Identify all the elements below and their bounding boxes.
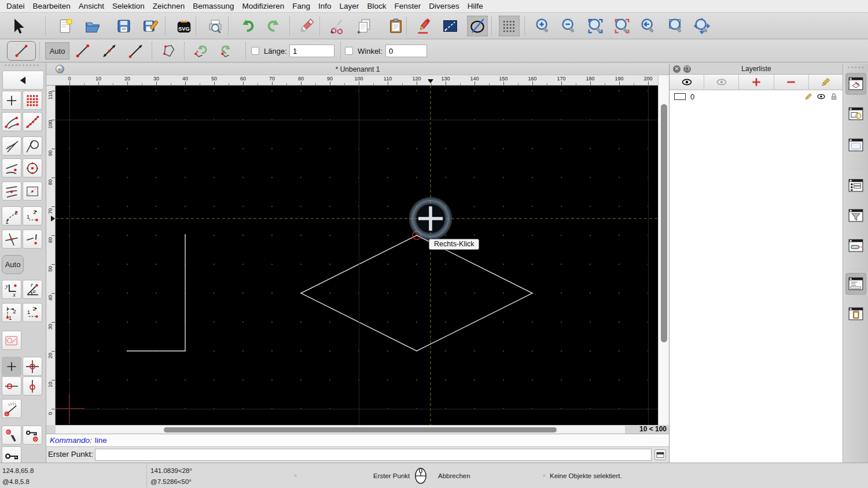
open-document-button[interactable] — [82, 16, 103, 36]
snap-on-entity-button[interactable] — [23, 112, 42, 131]
select-cursor-button[interactable] — [7, 16, 28, 36]
snap-auto-button[interactable]: Auto — [2, 255, 24, 274]
angle-meter-button[interactable] — [2, 399, 21, 418]
dock-drag-handle[interactable]: ••••• — [848, 65, 866, 71]
snap-endpoint-button[interactable] — [2, 112, 21, 131]
vertical-scrollbar-thumb[interactable] — [661, 104, 667, 342]
snap-divide-button[interactable]: 12 — [23, 206, 42, 225]
menu-item-diverses[interactable]: Diverses — [425, 2, 464, 10]
zoom-previous-button[interactable] — [612, 16, 632, 36]
polyline-undo-segment-button[interactable] — [190, 41, 212, 61]
length-checkbox[interactable] — [251, 47, 259, 55]
dock-entity-list-button[interactable] — [845, 175, 866, 197]
menu-item-zeichnen[interactable]: Zeichnen — [149, 2, 189, 10]
snap-distance-button[interactable]: 12 — [2, 206, 21, 225]
palette-drag-handle[interactable]: •••••••••• — [5, 62, 41, 68]
polyline-redo-segment-button[interactable] — [216, 41, 238, 61]
zoom-out-button[interactable] — [558, 16, 579, 36]
set-relative-zero-button[interactable] — [2, 426, 21, 445]
length-input[interactable] — [289, 45, 334, 57]
snap-center-button[interactable] — [23, 158, 42, 178]
grid-toggle-button[interactable] — [499, 16, 520, 36]
select-entity-button[interactable] — [2, 331, 21, 350]
save-button[interactable] — [113, 16, 134, 36]
menu-item-hilfe[interactable]: Hilfe — [464, 2, 487, 10]
remove-layer-button[interactable] — [774, 75, 809, 90]
polyline-button[interactable] — [157, 41, 179, 61]
restrict-horizontal-button[interactable] — [2, 376, 21, 395]
snap-nearest-button[interactable] — [2, 158, 21, 178]
snap-free-button[interactable] — [2, 91, 21, 110]
zoom-window-button[interactable] — [665, 16, 686, 36]
dock-pen-palette-button[interactable] — [845, 235, 866, 257]
lock-relative-zero-button[interactable] — [23, 426, 42, 445]
dock-clipboard-button[interactable] — [845, 303, 866, 325]
dock-command-widget-button[interactable] — [845, 273, 866, 295]
snap-auto-toggle[interactable]: Auto — [45, 42, 69, 60]
snap-tangent-button[interactable] — [23, 136, 42, 156]
copy-button[interactable] — [354, 16, 375, 36]
lock-icon[interactable] — [829, 92, 838, 101]
menu-item-info[interactable]: Info — [314, 2, 336, 10]
menu-item-fang[interactable]: Fang — [288, 2, 314, 10]
restrict-nothing-button[interactable] — [2, 357, 21, 376]
add-layer-button[interactable] — [739, 75, 774, 90]
hide-all-layers-button[interactable] — [704, 75, 739, 90]
line-angle-button[interactable] — [98, 41, 120, 61]
palette-back-button[interactable] — [2, 71, 44, 90]
draw-order-button[interactable] — [440, 16, 461, 36]
zoom-pan-button[interactable] — [692, 16, 712, 36]
zoom-back-button[interactable] — [638, 16, 659, 36]
zoom-auto-button[interactable] — [585, 16, 606, 36]
dock-library-browser-button[interactable] — [845, 134, 866, 156]
dock-layer-filter-button[interactable] — [845, 205, 866, 227]
save-as-button[interactable] — [140, 16, 161, 36]
snap-intersection-manual-button[interactable] — [2, 136, 21, 156]
paste-button[interactable] — [385, 16, 406, 36]
menu-item-ansicht[interactable]: Ansicht — [75, 2, 108, 10]
ellipse-line-tool-button[interactable] — [467, 16, 488, 36]
angle-input[interactable] — [385, 45, 427, 57]
menu-item-selektion[interactable]: Selektion — [108, 2, 149, 10]
layer-row[interactable]: 0 — [670, 90, 843, 103]
dock-layer-list-button[interactable] — [845, 73, 866, 95]
snap-grid-button[interactable] — [23, 91, 42, 110]
coordinate-polar-button[interactable]: ra — [23, 280, 42, 299]
close-panel-button[interactable]: ✕ — [673, 65, 681, 73]
restrict-orthogonal-button[interactable] — [23, 357, 42, 376]
snap-intersection-button[interactable] — [2, 230, 21, 249]
new-document-button[interactable] — [55, 16, 76, 36]
eye-icon[interactable] — [816, 92, 826, 101]
menu-item-datei[interactable]: Datei — [2, 2, 29, 10]
export-svg-button[interactable]: SVG — [174, 16, 194, 36]
menu-item-fenster[interactable]: Fenster — [390, 2, 425, 10]
point-order-2-button[interactable]: 12 — [23, 303, 42, 322]
snap-restrict-warning-button[interactable] — [23, 230, 42, 249]
menu-item-bemassung[interactable]: Bemassung — [189, 2, 238, 10]
float-panel-button[interactable]: ❐ — [683, 65, 691, 73]
horizontal-scrollbar[interactable] — [56, 425, 625, 434]
snap-middle-button[interactable] — [2, 182, 21, 201]
restrict-vertical-button[interactable] — [23, 376, 42, 395]
line-two-points-button[interactable] — [72, 41, 94, 61]
dock-block-list-button[interactable] — [845, 103, 866, 125]
current-tool-line-button[interactable] — [7, 41, 36, 61]
pencil-icon[interactable] — [804, 92, 813, 101]
vertical-scrollbar[interactable] — [658, 75, 669, 425]
menu-item-bearbeiten[interactable]: Bearbeiten — [29, 2, 75, 10]
print-preview-button[interactable] — [205, 16, 226, 36]
layer-color-swatch[interactable] — [674, 93, 686, 100]
snap-reference-button[interactable] — [23, 182, 42, 201]
coordinate-cartesian-button[interactable]: yx — [2, 280, 21, 299]
command-input[interactable] — [95, 449, 652, 461]
menu-item-block[interactable]: Block — [363, 2, 390, 10]
angle-checkbox[interactable] — [345, 47, 353, 55]
cut-button[interactable] — [327, 16, 348, 36]
show-all-layers-button[interactable] — [670, 75, 704, 90]
drawing-canvas[interactable]: Rechts-Klick — [56, 86, 658, 425]
delete-entities-button[interactable] — [296, 16, 317, 36]
horizontal-scrollbar-thumb[interactable] — [164, 427, 557, 432]
redo-button[interactable] — [263, 16, 284, 36]
line-horizontal-button[interactable] — [125, 41, 147, 61]
command-window-toggle-button[interactable] — [654, 449, 666, 460]
